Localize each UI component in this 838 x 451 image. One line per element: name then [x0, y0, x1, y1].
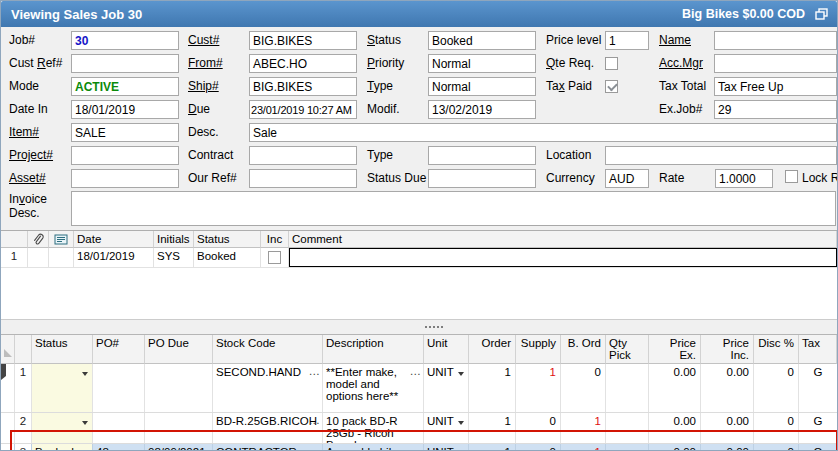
- priority-field[interactable]: Normal: [428, 54, 536, 73]
- item-number-field[interactable]: SALE: [71, 123, 179, 142]
- po-due-cell[interactable]: [145, 364, 213, 412]
- comment-status-cell[interactable]: Booked: [194, 248, 261, 267]
- cust-ref-field[interactable]: [71, 54, 179, 73]
- tax-cell[interactable]: G: [799, 444, 837, 451]
- tax-paid-checkbox[interactable]: [605, 80, 618, 93]
- tax-cell[interactable]: G: [799, 413, 837, 443]
- unit-cell[interactable]: UNIT: [424, 364, 469, 412]
- status-cell[interactable]: [32, 413, 93, 443]
- po-due-cell[interactable]: [145, 413, 213, 443]
- status-field[interactable]: Booked: [428, 31, 536, 50]
- bord-cell[interactable]: 1: [561, 444, 606, 451]
- dropdown-arrow-icon[interactable]: [458, 372, 464, 376]
- expand-all-corner[interactable]: [1, 335, 15, 364]
- date-in-field[interactable]: 18/01/2019: [71, 100, 179, 119]
- status-cell[interactable]: [32, 364, 93, 412]
- acc-mgr-field[interactable]: [714, 54, 837, 73]
- order-cell[interactable]: 1: [469, 364, 516, 412]
- desc-field[interactable]: Sale: [249, 123, 837, 142]
- po-due-cell[interactable]: 08/09/2021: [145, 444, 213, 451]
- type-field[interactable]: Normal: [428, 77, 536, 96]
- ex-job-field[interactable]: 29: [714, 100, 837, 119]
- price-ex-column-header[interactable]: Price Ex.: [649, 335, 701, 364]
- comment-inc-cell[interactable]: [261, 248, 289, 267]
- dropdown-arrow-icon[interactable]: [458, 421, 464, 425]
- modif-field[interactable]: 13/02/2019: [428, 100, 536, 119]
- contract-field[interactable]: [249, 146, 357, 165]
- attachment-column-header[interactable]: [28, 231, 49, 248]
- status-due-field[interactable]: [428, 169, 536, 188]
- item-number-label[interactable]: Item#: [9, 125, 39, 139]
- status-column-header[interactable]: Status: [32, 335, 93, 364]
- ellipsis-button[interactable]: …: [410, 366, 422, 376]
- qty-pick-column-header[interactable]: Qty Pick: [606, 335, 649, 364]
- lock-rate-checkbox[interactable]: [785, 170, 798, 183]
- tax-total-field[interactable]: Tax Free Up: [714, 77, 837, 96]
- stock-code-cell[interactable]: CONTRACTOR…: [213, 444, 323, 451]
- price-ex-cell[interactable]: 0.00: [649, 444, 701, 451]
- cust-number-field[interactable]: BIG.BIKES: [249, 31, 357, 50]
- mode-field[interactable]: ACTIVE: [71, 77, 179, 96]
- comment-date-cell[interactable]: 18/01/2019: [74, 248, 154, 267]
- price-inc-cell[interactable]: 0.00: [701, 444, 754, 451]
- stock-code-column-header[interactable]: Stock Code: [213, 335, 323, 364]
- acc-mgr-label[interactable]: Acc.Mgr: [659, 56, 703, 70]
- initials-column-header[interactable]: Initials: [154, 231, 194, 248]
- order-column-header[interactable]: Order: [469, 335, 516, 364]
- po-cell[interactable]: [93, 413, 145, 443]
- note-cell[interactable]: [49, 248, 74, 267]
- ellipsis-button[interactable]: …: [309, 446, 321, 451]
- po-due-column-header[interactable]: PO Due: [145, 335, 213, 364]
- qte-req-checkbox[interactable]: [605, 57, 618, 70]
- po-cell[interactable]: 48: [93, 444, 145, 451]
- tax-cell[interactable]: G: [799, 364, 837, 412]
- from-number-label[interactable]: From#: [188, 56, 223, 70]
- name-label[interactable]: Name: [659, 33, 691, 47]
- disc-cell[interactable]: 0: [754, 413, 799, 443]
- price-level-field[interactable]: 1: [605, 31, 649, 50]
- inc-checkbox[interactable]: [268, 251, 281, 264]
- order-cell[interactable]: 1: [469, 444, 516, 451]
- comment-initials-cell[interactable]: SYS: [154, 248, 194, 267]
- from-number-field[interactable]: ABEC.HO: [249, 54, 357, 73]
- contract-type-field[interactable]: [428, 146, 536, 165]
- description-cell[interactable]: 10 pack BD-R 25Gb - Ricoh Brand: [323, 413, 424, 443]
- price-ex-cell[interactable]: 0.00: [649, 364, 701, 412]
- location-field[interactable]: [605, 146, 837, 165]
- description-column-header[interactable]: Description: [323, 335, 424, 364]
- tax-column-header[interactable]: Tax: [799, 335, 837, 364]
- price-inc-cell[interactable]: 0.00: [701, 413, 754, 443]
- cust-number-label[interactable]: Cust#: [188, 33, 219, 47]
- stock-code-cell[interactable]: SECOND.HAND…: [213, 364, 323, 412]
- ship-number-field[interactable]: BIG.BIKES: [249, 77, 357, 96]
- ellipsis-button[interactable]: …: [309, 366, 321, 376]
- unit-cell[interactable]: UNIT: [424, 444, 469, 451]
- name-field[interactable]: [714, 31, 837, 50]
- price-inc-column-header[interactable]: Price Inc.: [701, 335, 754, 364]
- price-ex-cell[interactable]: 0.00: [649, 413, 701, 443]
- unit-cell[interactable]: UNIT: [424, 413, 469, 443]
- project-number-label[interactable]: Project#: [9, 148, 53, 162]
- dropdown-arrow-icon[interactable]: [82, 372, 88, 376]
- row-expander[interactable]: [1, 364, 15, 412]
- row-expander[interactable]: [1, 444, 15, 451]
- due-field[interactable]: 23/01/2019 10:27 AM: [249, 100, 357, 119]
- comment-column-header[interactable]: Comment: [289, 231, 837, 248]
- disc-cell[interactable]: 0: [754, 364, 799, 412]
- comment-cell[interactable]: [289, 248, 837, 267]
- date-column-header[interactable]: Date: [74, 231, 154, 248]
- qty-pick-cell[interactable]: [606, 413, 649, 443]
- order-cell[interactable]: 1: [469, 413, 516, 443]
- supply-cell[interactable]: 1: [516, 364, 561, 412]
- stock-code-cell[interactable]: BD-R.25GB.RICOH…: [213, 413, 323, 443]
- currency-field[interactable]: AUD: [605, 169, 649, 188]
- description-cell[interactable]: Assemble bike: [323, 444, 424, 451]
- inc-column-header[interactable]: Inc: [261, 231, 289, 248]
- qty-pick-cell[interactable]: [606, 444, 649, 451]
- restore-window-icon[interactable]: [815, 8, 829, 20]
- job-number-field[interactable]: 30: [71, 31, 179, 50]
- supply-cell[interactable]: 0: [516, 444, 561, 451]
- dropdown-arrow-icon[interactable]: [82, 421, 88, 425]
- attachment-cell[interactable]: [28, 248, 49, 267]
- supply-column-header[interactable]: Supply: [516, 335, 561, 364]
